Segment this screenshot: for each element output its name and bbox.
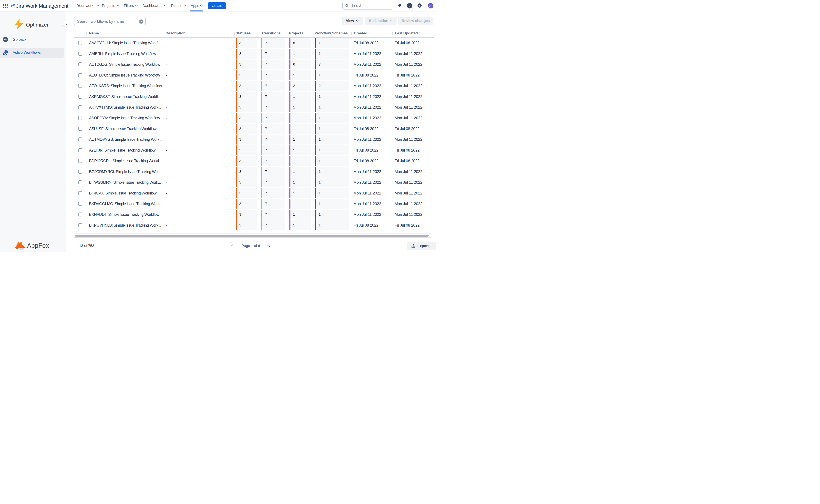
svg-text:?: ? bbox=[409, 4, 411, 8]
svg-text:JR: JR bbox=[429, 4, 432, 7]
